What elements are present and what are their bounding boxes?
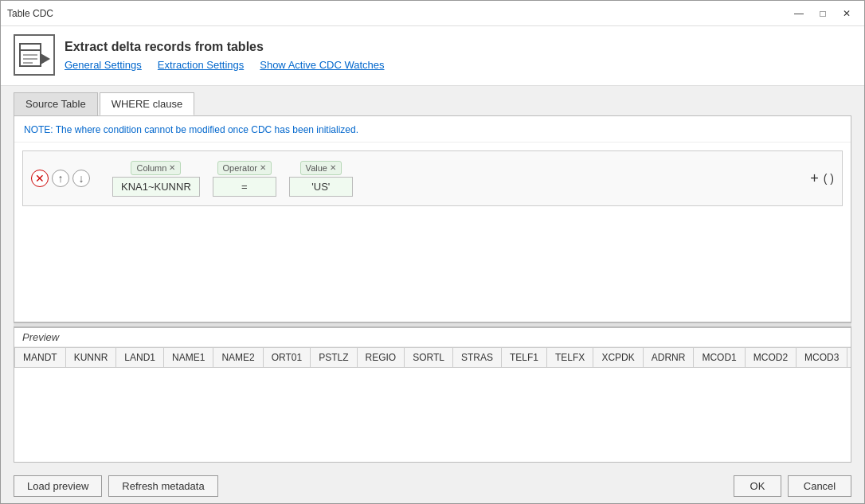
svg-rect-1: [20, 44, 41, 50]
main-window: Table CDC — □ ✕ Extract delta records f: [0, 0, 865, 504]
value-chip-label: Value: [306, 163, 327, 173]
preview-col-header: XCPDK: [593, 348, 643, 368]
filter-area: ✕ ↑ ↓ Column ✕ KNA1~KUNNR: [14, 143, 851, 322]
operator-chip-label: Operator: [223, 163, 257, 173]
header-icon: [14, 34, 55, 76]
cancel-button[interactable]: Cancel: [788, 475, 851, 497]
svg-marker-5: [41, 53, 50, 64]
bottom-right-buttons: OK Cancel: [734, 475, 851, 497]
extraction-settings-link[interactable]: Extraction Settings: [158, 59, 244, 71]
preview-table-wrap[interactable]: MANDTKUNNRLAND1NAME1NAME2ORT01PSTLZREGIO…: [14, 347, 851, 462]
preview-col-header: TELFX: [547, 348, 593, 368]
preview-col-header: MCOD1: [694, 348, 745, 368]
preview-col-header: ADRNR: [643, 348, 694, 368]
window-title: Table CDC: [7, 8, 53, 19]
add-condition-button[interactable]: +: [810, 171, 819, 186]
preview-col-header: LAND1: [116, 348, 164, 368]
preview-label: Preview: [14, 328, 851, 347]
value-chip-remove[interactable]: ✕: [330, 163, 336, 172]
column-chip-label: Column: [136, 163, 166, 173]
app-icon: [17, 37, 52, 72]
preview-table: MANDTKUNNRLAND1NAME1NAME2ORT01PSTLZREGIO…: [14, 347, 851, 368]
preview-col-header: MANDT: [15, 348, 66, 368]
minimize-button[interactable]: —: [788, 4, 810, 23]
maximize-button[interactable]: □: [812, 4, 834, 23]
column-value[interactable]: KNA1~KUNNR: [112, 177, 200, 197]
column-chip-remove[interactable]: ✕: [169, 163, 175, 172]
filter-controls: ✕ ↑ ↓: [31, 170, 90, 187]
preview-col-header: MCOD2: [745, 348, 796, 368]
preview-col-header: SORTL: [405, 348, 453, 368]
header-links: General Settings Extraction Settings Sho…: [65, 59, 385, 71]
close-button[interactable]: ✕: [836, 4, 858, 23]
preview-col-header: NAME1: [164, 348, 213, 368]
filter-condition: Column ✕ KNA1~KUNNR Operator ✕: [112, 161, 353, 197]
preview-col-header: STRAS: [453, 348, 502, 368]
move-down-button[interactable]: ↓: [72, 170, 90, 187]
preview-col-header: ORT01: [263, 348, 310, 368]
preview-col-header: NAME2: [213, 348, 263, 368]
value-group: Value ✕ 'US': [289, 161, 353, 197]
filter-labels: Column ✕ KNA1~KUNNR Operator ✕: [112, 161, 353, 197]
header-title: Extract delta records from tables: [65, 40, 385, 54]
preview-col-header: REGIO: [357, 348, 405, 368]
filter-add-buttons: + ( ): [810, 171, 834, 186]
title-buttons: — □ ✕: [788, 4, 858, 23]
preview-col-header: PSTLZ: [311, 348, 357, 368]
content-area: NOTE: The where condition cannot be modi…: [1, 115, 864, 469]
refresh-metadata-button[interactable]: Refresh metadata: [108, 475, 217, 497]
operator-group: Operator ✕ =: [213, 161, 276, 197]
filter-row-container: ✕ ↑ ↓ Column ✕ KNA1~KUNNR: [22, 150, 843, 206]
preview-col-header: TELF1: [502, 348, 547, 368]
source-table-tab[interactable]: Source Table: [14, 92, 98, 115]
show-cdc-watches-link[interactable]: Show Active CDC Watches: [260, 59, 384, 71]
bottom-bar: Load preview Refresh metadata OK Cancel: [1, 469, 864, 503]
where-clause-panel: NOTE: The where condition cannot be modi…: [14, 115, 851, 322]
where-clause-tab[interactable]: WHERE clause: [100, 92, 195, 115]
note-bar: NOTE: The where condition cannot be modi…: [14, 116, 851, 143]
preview-header-row: MANDTKUNNRLAND1NAME1NAME2ORT01PSTLZREGIO…: [15, 348, 851, 368]
preview-section: Preview MANDTKUNNRLAND1NAME1NAME2ORT01PS…: [14, 327, 851, 463]
column-chip: Column ✕: [131, 161, 181, 175]
preview-col-header: ANRE: [847, 348, 851, 368]
preview-col-header: MCOD3: [797, 348, 847, 368]
bottom-left-buttons: Load preview Refresh metadata: [14, 475, 218, 497]
header-row: Extract delta records from tables Genera…: [14, 34, 851, 76]
operator-value[interactable]: =: [213, 177, 276, 197]
header: Extract delta records from tables Genera…: [1, 26, 864, 86]
header-info: Extract delta records from tables Genera…: [65, 40, 385, 71]
general-settings-link[interactable]: General Settings: [65, 59, 142, 71]
ok-button[interactable]: OK: [734, 475, 781, 497]
add-parens-button[interactable]: ( ): [824, 172, 834, 185]
preview-col-header: KUNNR: [65, 348, 116, 368]
move-up-button[interactable]: ↑: [52, 170, 69, 187]
operator-chip: Operator ✕: [217, 161, 272, 175]
tabs: Source Table WHERE clause: [1, 86, 864, 115]
operator-chip-remove[interactable]: ✕: [260, 163, 266, 172]
remove-condition-button[interactable]: ✕: [31, 170, 49, 187]
filter-value[interactable]: 'US': [289, 177, 353, 197]
load-preview-button[interactable]: Load preview: [14, 475, 102, 497]
note-text: NOTE: The where condition cannot be modi…: [24, 124, 358, 135]
title-bar-left: Table CDC: [7, 8, 53, 19]
title-bar: Table CDC — □ ✕: [1, 1, 864, 26]
column-group: Column ✕ KNA1~KUNNR: [112, 161, 200, 197]
value-chip: Value ✕: [300, 161, 342, 175]
